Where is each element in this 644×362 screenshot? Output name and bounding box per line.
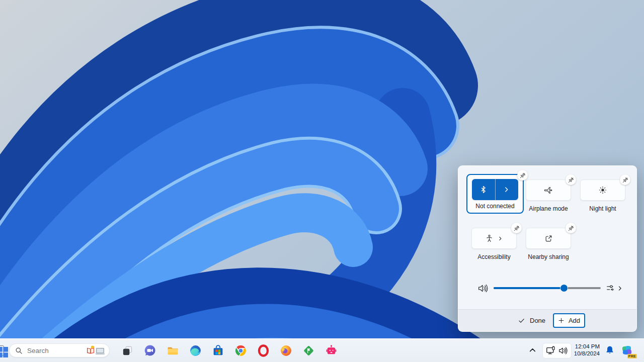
tile-label: Accessibility bbox=[477, 253, 510, 260]
volume-slider[interactable] bbox=[494, 284, 601, 292]
tile-label: Airplane mode bbox=[529, 205, 568, 212]
quick-settings-footer: Done Add bbox=[458, 309, 636, 331]
nearby-sharing-icon bbox=[544, 234, 553, 243]
accessibility-cell: Accessibility bbox=[471, 228, 517, 260]
airplane-mode-cell: Airplane mode bbox=[526, 179, 571, 212]
chevron-right-icon bbox=[498, 236, 503, 241]
unpin-icon[interactable] bbox=[620, 174, 630, 185]
tray-date: 10/8/2024 bbox=[571, 350, 600, 357]
search-icon bbox=[15, 347, 23, 354]
speaker-icon[interactable] bbox=[477, 283, 488, 294]
opera-icon[interactable] bbox=[257, 344, 270, 357]
search-box[interactable] bbox=[9, 343, 110, 357]
night-light-tile[interactable] bbox=[580, 179, 625, 201]
accessibility-tile[interactable] bbox=[471, 228, 517, 249]
night-light-icon bbox=[598, 186, 607, 195]
tile-label: Night light bbox=[589, 205, 616, 212]
bluetooth-tile[interactable] bbox=[472, 179, 518, 200]
desktop: Not connected Airplane mode bbox=[0, 0, 644, 362]
chrome-icon[interactable] bbox=[234, 344, 247, 357]
file-explorer-icon[interactable] bbox=[166, 344, 179, 357]
volume-thumb[interactable] bbox=[560, 285, 568, 292]
nearby-sharing-cell: Nearby sharing bbox=[526, 228, 571, 260]
task-view-icon[interactable] bbox=[121, 344, 134, 357]
add-button[interactable]: Add bbox=[553, 313, 585, 328]
bluetooth-tile-selection: Not connected bbox=[466, 174, 524, 214]
bluetooth-toggle-half[interactable] bbox=[472, 179, 495, 200]
network-volume-tray-button[interactable] bbox=[542, 343, 572, 358]
airplane-mode-tile[interactable] bbox=[526, 179, 571, 201]
chevron-right-icon bbox=[617, 285, 623, 292]
volume-fill bbox=[494, 287, 564, 289]
airplane-icon bbox=[544, 186, 553, 195]
tray-time: 12:04 PM bbox=[571, 343, 600, 350]
copilot-icon[interactable]: PRE bbox=[621, 343, 635, 357]
tile-label: Not connected bbox=[475, 203, 514, 210]
robot-icon[interactable] bbox=[325, 344, 338, 357]
add-label: Add bbox=[569, 317, 580, 324]
tile-label: Nearby sharing bbox=[528, 253, 569, 260]
volume-row bbox=[458, 282, 636, 295]
done-button[interactable]: Done bbox=[515, 310, 548, 331]
unpin-icon[interactable] bbox=[566, 174, 576, 185]
edge-icon[interactable] bbox=[189, 344, 202, 357]
nearby-sharing-tile[interactable] bbox=[526, 228, 571, 249]
network-icon bbox=[546, 346, 555, 355]
clock[interactable]: 12:04 PM 10/8/2024 bbox=[571, 343, 600, 357]
check-icon bbox=[518, 317, 525, 324]
search-input[interactable] bbox=[26, 346, 86, 355]
done-label: Done bbox=[530, 317, 545, 324]
notification-bell-icon[interactable] bbox=[605, 345, 614, 354]
firefox-icon[interactable] bbox=[279, 344, 292, 357]
unpin-icon[interactable] bbox=[511, 223, 522, 233]
copilot-preview-badge: PRE bbox=[627, 354, 637, 358]
quick-settings-panel: Not connected Airplane mode bbox=[458, 165, 637, 332]
bluetooth-expand-half[interactable] bbox=[496, 179, 519, 200]
plus-icon bbox=[558, 317, 565, 324]
chevron-right-icon bbox=[503, 186, 510, 193]
search-highlight-book-laptop-icon bbox=[86, 345, 106, 356]
microsoft-store-icon[interactable] bbox=[211, 344, 224, 357]
green-flag-diamond-icon[interactable] bbox=[302, 344, 315, 357]
volume-icon bbox=[558, 346, 568, 355]
night-light-cell: Night light bbox=[580, 179, 625, 212]
chevron-up-icon[interactable] bbox=[528, 346, 537, 354]
audio-output-icon bbox=[606, 284, 616, 293]
taskbar: 12:04 PM 10/8/2024 PRE bbox=[0, 338, 644, 362]
bluetooth-icon bbox=[479, 186, 488, 194]
chat-icon[interactable] bbox=[143, 344, 156, 357]
accessibility-icon bbox=[485, 234, 494, 243]
unpin-icon[interactable] bbox=[517, 170, 528, 180]
unpin-icon[interactable] bbox=[566, 223, 576, 233]
windows-start-icon[interactable] bbox=[0, 345, 4, 356]
audio-output-button[interactable] bbox=[606, 284, 623, 293]
